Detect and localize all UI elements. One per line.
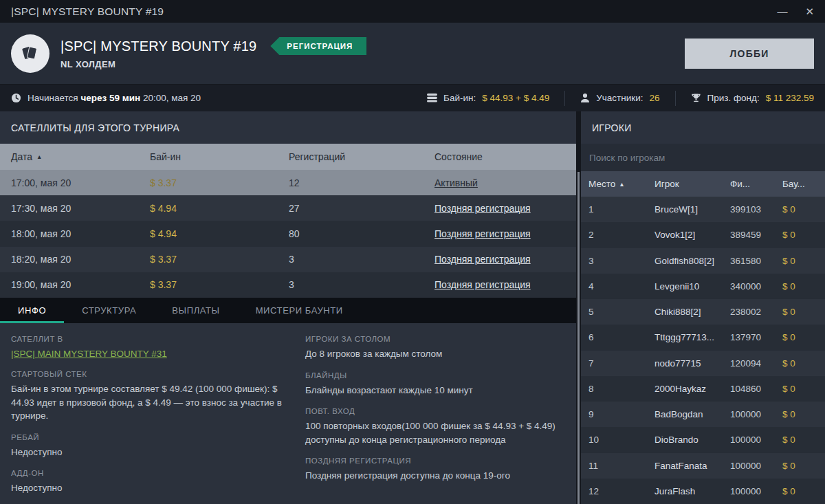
tournament-lobby-window: |SPC| MYSTERY BOUNTY #19 — ✕ |SPC| MYSTE…: [0, 0, 825, 504]
satellite-row[interactable]: 19:00, мая 20 $ 3.37 3 Поздняя регистрац…: [0, 272, 576, 298]
player-row[interactable]: 5 Chiki888[2] 238002 $ 0: [581, 299, 825, 325]
satellite-registrations: 12: [278, 177, 424, 188]
player-name: DioBrando: [647, 435, 723, 445]
satellite-date: 19:00, мая 20: [0, 279, 139, 290]
satellite-status-link[interactable]: Поздняя регистрация: [434, 279, 531, 290]
tab[interactable]: ИНФО: [0, 298, 64, 323]
satellites-column-header[interactable]: Дата▲: [0, 151, 139, 162]
satellite-registrations: 27: [278, 203, 424, 214]
players-column-header[interactable]: Место▲: [581, 179, 647, 189]
player-row[interactable]: 3 Goldfish808[2] 361580 $ 0: [581, 248, 825, 274]
player-chips: 399103: [723, 204, 775, 215]
parent-tournament-link[interactable]: |SPC| MAIN MYSTERY BOUNTY #31: [11, 349, 167, 359]
player-row[interactable]: 2 Vovok1[2] 389459 $ 0: [581, 222, 825, 248]
players-panel: ИГРОКИ Место▲ Игрок Фи... Бау...: [581, 111, 825, 504]
player-bounty: $ 0: [775, 256, 825, 266]
player-chips: 100000: [723, 409, 775, 419]
satellites-column-header[interactable]: Состояние: [424, 151, 576, 162]
player-search-input[interactable]: [589, 153, 817, 163]
players-column-header[interactable]: Фи...: [723, 179, 775, 189]
satellites-section-title: САТЕЛЛИТЫ ДЛЯ ЭТОГО ТУРНИРА: [0, 111, 576, 144]
participants-icon: [580, 93, 590, 103]
player-bounty: $ 0: [775, 384, 825, 394]
player-name: Chiki888[2]: [647, 307, 723, 317]
player-place: 12: [581, 486, 647, 496]
player-row[interactable]: 8 2000Haykaz 104860 $ 0: [581, 376, 825, 402]
reentry-text: 100 повторных входов(100 000 фишек за $ …: [305, 419, 565, 446]
player-chips: 100000: [723, 435, 775, 445]
lobby-button[interactable]: ЛОББИ: [685, 39, 814, 69]
clock-icon: [11, 93, 21, 103]
satellite-row[interactable]: 17:30, мая 20 $ 4.94 27 Поздняя регистра…: [0, 195, 576, 221]
column-label: Бай-ин: [150, 151, 181, 162]
prize-pool-value: $ 11 232.59: [766, 93, 814, 103]
chips-icon: [427, 94, 437, 102]
satellite-row[interactable]: 18:00, мая 20 $ 4.94 80 Поздняя регистра…: [0, 221, 576, 246]
player-row[interactable]: 6 Tttggg77713... 137970 $ 0: [581, 325, 825, 350]
close-button[interactable]: ✕: [805, 6, 814, 17]
player-place: 7: [581, 358, 647, 369]
column-label: Регистраций: [289, 151, 345, 162]
addon-text: Недоступно: [11, 481, 286, 495]
player-row[interactable]: 4 Levgenii10 340000 $ 0: [581, 274, 825, 299]
player-row[interactable]: 10 DioBrando 100000 $ 0: [581, 427, 825, 452]
players-per-table-text: До 8 игроков за каждым столом: [305, 347, 565, 361]
player-row[interactable]: 11 FanatFanata 100000 $ 0: [581, 453, 825, 479]
column-label: Фи...: [730, 179, 750, 189]
player-chips: 137970: [723, 332, 775, 342]
satellite-row[interactable]: 17:00, мая 20 $ 3.37 12 Активный: [0, 170, 576, 195]
tab[interactable]: ВЫПЛАТЫ: [154, 298, 237, 323]
start-time-text: Начинается через 59 мин 20:00, мая 20: [28, 93, 201, 103]
satellites-column-header[interactable]: Бай-ин: [139, 151, 278, 162]
player-place: 5: [581, 307, 647, 317]
satellite-status-link[interactable]: Поздняя регистрация: [434, 203, 531, 214]
player-name: nodo77715: [647, 358, 723, 369]
titlebar: |SPC| MYSTERY BOUNTY #19 — ✕: [0, 0, 825, 23]
tab[interactable]: СТРУКТУРА: [64, 298, 154, 323]
player-bounty: $ 0: [775, 358, 825, 369]
satellite-status-link[interactable]: Поздняя регистрация: [434, 228, 531, 239]
player-row[interactable]: 7 nodo77715 120094 $ 0: [581, 351, 825, 376]
starts-countdown: через 59 мин: [80, 93, 140, 103]
satellite-buyin: $ 3.37: [139, 177, 278, 188]
player-place: 1: [581, 204, 647, 215]
player-place: 4: [581, 281, 647, 292]
player-chips: 389459: [723, 230, 775, 240]
scrollbar-thumb[interactable]: [578, 172, 580, 504]
satellite-date: 17:00, мая 20: [0, 177, 139, 188]
column-label: Бау...: [782, 179, 805, 189]
tab[interactable]: МИСТЕРИ БАУНТИ: [238, 298, 361, 323]
players-per-table-label: ИГРОКИ ЗА СТОЛОМ: [305, 335, 565, 343]
info-column-left: САТЕЛЛИТ В |SPC| MAIN MYSTERY BOUNTY #31…: [11, 335, 286, 504]
player-row[interactable]: 9 BadBogdan 100000 $ 0: [581, 402, 825, 427]
player-bounty: $ 0: [775, 409, 825, 419]
prize-pool-label: Приз. фонд:: [707, 93, 760, 103]
window-controls: — ✕: [777, 6, 814, 17]
player-bounty: $ 0: [775, 307, 825, 317]
infobar-divider: [675, 91, 676, 106]
blinds-text: Блайнды возрастают каждые 10 минут: [305, 384, 565, 397]
satellite-row[interactable]: 18:20, мая 20 $ 3.37 3 Поздняя регистрац…: [0, 247, 576, 272]
players-table-body: 1 BruceW[1] 399103 $ 0 2 Vovok1[2] 38945…: [581, 197, 825, 504]
player-row[interactable]: 12 JuraFlash 100000 $ 0: [581, 479, 825, 504]
starting-stack-label: СТАРТОВЫЙ СТЕК: [11, 370, 286, 378]
player-name: JuraFlash: [647, 486, 723, 496]
player-bounty: $ 0: [775, 204, 825, 215]
player-search-row: [581, 144, 825, 171]
player-place: 10: [581, 435, 647, 445]
satellite-status-link[interactable]: Активный: [434, 177, 478, 188]
page-title: |SPC| MYSTERY BOUNTY #19: [60, 39, 256, 54]
player-row[interactable]: 1 BruceW[1] 399103 $ 0: [581, 197, 825, 222]
player-place: 8: [581, 384, 647, 394]
satellite-status-link[interactable]: Поздняя регистрация: [434, 254, 531, 265]
satellites-column-header[interactable]: Регистраций: [278, 151, 424, 162]
player-place: 3: [581, 256, 647, 266]
minimize-button[interactable]: —: [777, 6, 787, 17]
player-name: Vovok1[2]: [647, 230, 723, 240]
players-column-header[interactable]: Игрок: [647, 179, 723, 189]
player-bounty: $ 0: [775, 486, 825, 496]
players-column-header[interactable]: Бау...: [775, 179, 825, 189]
column-label: Место: [588, 179, 615, 189]
prize-pool-info: Приз. фонд: $ 11 232.59: [691, 93, 814, 103]
player-bounty: $ 0: [775, 332, 825, 342]
